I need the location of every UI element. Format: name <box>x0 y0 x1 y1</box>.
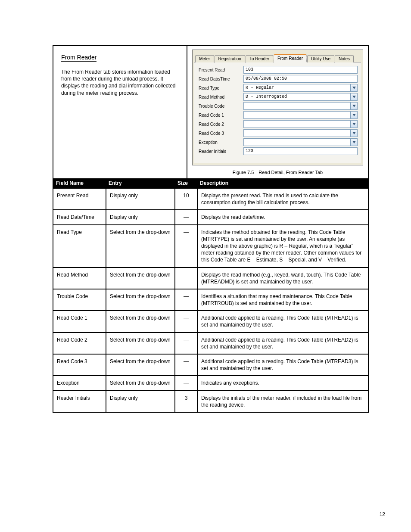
cell-size: — <box>175 225 197 268</box>
form-row: Reader Initials123 <box>198 147 358 155</box>
cell-entry: Select from the drop-down <box>106 289 175 311</box>
cell-size: — <box>175 376 197 390</box>
field-shell <box>243 138 358 146</box>
tab-notes[interactable]: Notes <box>335 55 354 62</box>
cell-field-name: Read Code 2 <box>53 333 106 354</box>
cell-size: — <box>175 289 197 311</box>
cell-entry: Select from the drop-down <box>106 225 175 268</box>
col-header-size: Size <box>175 178 197 188</box>
table-row: Read Date/TimeDisplay only—Displays the … <box>53 210 368 224</box>
table-row: Read Code 3Select from the drop-down—Add… <box>53 354 368 376</box>
cell-description: Displays the initials of the meter reade… <box>197 391 368 412</box>
cell-field-name: Trouble Code <box>53 289 106 311</box>
read-type-select[interactable]: R - Regular <box>243 84 358 92</box>
section-description: The From Reader tab stores information l… <box>61 68 179 96</box>
page: From Reader The From Reader tab stores i… <box>0 0 411 532</box>
figure-caption: Figure 7.5—Read Detail, From Reader Tab <box>233 170 323 175</box>
table-row: Read MethodSelect from the drop-down—Dis… <box>53 268 368 289</box>
tab-from-reader[interactable]: From Reader <box>274 54 307 62</box>
table-header-row: Field Name Entry Size Description <box>53 178 368 188</box>
cell-size: — <box>175 333 197 354</box>
cell-size: 3 <box>175 391 197 412</box>
cell-description: Additional code applied to a reading. Th… <box>197 311 368 332</box>
cell-entry: Select from the drop-down <box>106 268 175 289</box>
form-row: Read Code 1 <box>198 111 358 119</box>
field-shell <box>243 111 358 119</box>
cell-field-name: Read Code 1 <box>53 311 106 332</box>
cell-entry: Select from the drop-down <box>106 333 175 354</box>
cell-size: 10 <box>175 188 197 210</box>
exception-select[interactable] <box>243 138 358 146</box>
reader-initials-input[interactable]: 123 <box>243 147 358 155</box>
tab-utility-use[interactable]: Utility Use <box>307 55 334 62</box>
field-shell: R - Regular <box>243 84 358 92</box>
tab-to-reader[interactable]: To Reader <box>246 55 273 62</box>
cell-description: Indicates any exceptions. <box>197 376 368 390</box>
tab-meter[interactable]: Meter <box>195 55 214 62</box>
field-label: Read Date/Time <box>198 77 243 81</box>
trouble-code-select[interactable] <box>243 102 358 110</box>
cell-field-name: Read Type <box>53 225 106 268</box>
field-shell <box>243 102 358 110</box>
cell-entry: Select from the drop-down <box>106 354 175 376</box>
cell-field-name: Reader Initials <box>53 391 106 412</box>
table-row: Trouble CodeSelect from the drop-down—Id… <box>53 289 368 311</box>
field-shell: 103 <box>243 66 358 74</box>
tab-strip: MeterRegistrationTo ReaderFrom ReaderUti… <box>193 50 363 62</box>
field-label: Reader Initials <box>198 149 243 154</box>
field-label: Read Code 1 <box>198 113 243 118</box>
col-header-field: Field Name <box>53 178 106 188</box>
col-header-entry: Entry <box>106 178 175 188</box>
cell-entry: Select from the drop-down <box>106 311 175 332</box>
table-row: ExceptionSelect from the drop-down—Indic… <box>53 376 368 390</box>
field-shell <box>243 129 358 137</box>
form-row: Read Date/Time05/08/2008 02:50 <box>198 75 358 83</box>
read-detail-panel: MeterRegistrationTo ReaderFrom ReaderUti… <box>192 50 363 165</box>
content-frame: From Reader The From Reader tab stores i… <box>53 45 369 413</box>
present-read-input[interactable]: 103 <box>243 66 358 74</box>
cell-description: Displays the read date/time. <box>197 210 368 224</box>
top-grid: From Reader The From Reader tab stores i… <box>53 46 368 178</box>
cell-entry: Display only <box>106 210 175 224</box>
table-row: Reader InitialsDisplay only3Displays the… <box>53 391 368 412</box>
table-row: Read Code 1Select from the drop-down—Add… <box>53 311 368 332</box>
form-row: Present Read103 <box>198 66 358 74</box>
section-title: From Reader <box>61 54 97 62</box>
field-label: Read Type <box>198 86 243 90</box>
field-shell: D - Interrogated <box>243 93 358 101</box>
field-label: Trouble Code <box>198 104 243 109</box>
form-row: Read Code 2 <box>198 120 358 128</box>
table-row: Present ReadDisplay only10Displays the p… <box>53 188 368 210</box>
read-code-2-select[interactable] <box>243 120 358 128</box>
field-shell: 05/08/2008 02:50 <box>243 75 358 83</box>
cell-field-name: Present Read <box>53 188 106 210</box>
page-number: 12 <box>380 511 385 517</box>
read-code-3-select[interactable] <box>243 129 358 137</box>
field-label: Exception <box>198 140 243 145</box>
field-label: Read Code 2 <box>198 122 243 127</box>
field-label: Read Code 3 <box>198 131 243 136</box>
cell-size: — <box>175 311 197 332</box>
field-label: Read Method <box>198 95 243 100</box>
cell-field-name: Exception <box>53 376 106 390</box>
cell-size: — <box>175 268 197 289</box>
cell-entry: Select from the drop-down <box>106 376 175 390</box>
read-code-1-select[interactable] <box>243 111 358 119</box>
cell-description: Displays the read method (e.g., keyed, w… <box>197 268 368 289</box>
field-label: Present Read <box>198 68 243 72</box>
cell-size: — <box>175 210 197 224</box>
cell-description: Additional code applied to a reading. Th… <box>197 354 368 376</box>
read-method-select[interactable]: D - Interrogated <box>243 93 358 101</box>
cell-size: — <box>175 354 197 376</box>
form-row: Trouble Code <box>198 102 358 110</box>
table-row: Read TypeSelect from the drop-down—Indic… <box>53 225 368 268</box>
cell-entry: Display only <box>106 391 175 412</box>
read-date/time-input[interactable]: 05/08/2008 02:50 <box>243 75 358 83</box>
tab-registration[interactable]: Registration <box>215 55 245 62</box>
table-row: Read Code 2Select from the drop-down—Add… <box>53 333 368 354</box>
cell-description: Identifies a situation that may need mai… <box>197 289 368 311</box>
field-definition-table: Field Name Entry Size Description Presen… <box>53 178 368 412</box>
col-header-desc: Description <box>197 178 368 188</box>
field-shell: 123 <box>243 147 358 155</box>
cell-description: Displays the present read. This read is … <box>197 188 368 210</box>
